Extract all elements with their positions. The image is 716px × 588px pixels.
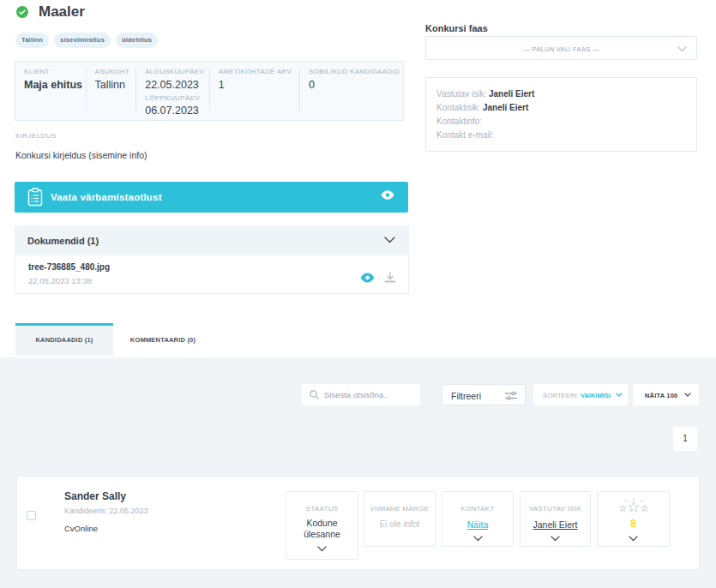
candidate-applied-date: Kandideeris: 22.05.2023 [64, 507, 148, 515]
phase-select[interactable]: — PALUN VALI FAAS — [425, 36, 697, 60]
status-label: STAATUS [286, 505, 358, 513]
tab-kandidaadid[interactable]: KANDIDAADID (1) [15, 323, 113, 356]
lastnote-value: Ei ole infot [364, 519, 435, 529]
rating-value: 8 [598, 518, 669, 530]
chevron-down-icon [384, 237, 395, 243]
download-icon[interactable] [384, 272, 396, 284]
tag-location: Tallinn [15, 33, 49, 48]
lastnote-label: VIIMANE MÄRGE [364, 505, 435, 513]
sort-dropdown[interactable]: SORTEERI: VAIKIMISI [533, 384, 628, 405]
show-count-label: NÄITA 100 [645, 392, 677, 399]
preview-eye-icon[interactable] [360, 273, 375, 283]
document-date: 22.05.2023 13:38 [28, 276, 92, 285]
contact-row-contact-person: Kontaktisik: Janeli Eiert [436, 101, 686, 115]
contact-label: KONTAKT [442, 505, 513, 513]
tag-skill-2: üldehitus [116, 33, 158, 48]
candidate-contact-box[interactable]: KONTAKT Näita [442, 491, 514, 547]
search-box [302, 384, 420, 405]
info-col-client-value: Maja ehitus [24, 79, 83, 91]
info-col-location: ASUKOHT Tallinn [87, 62, 137, 120]
filter-button[interactable]: Filtreeri [442, 384, 526, 405]
chevron-down-icon [473, 536, 483, 542]
document-row: tree-736885_480.jpg 22.05.2023 13:38 [15, 255, 409, 294]
info-col-positions-value: 1 [219, 79, 297, 91]
candidate-owner-box[interactable]: VASTUTAV ISIK Janeli Eiert [520, 491, 591, 547]
info-col-enddate-label: LÕPPKUUPÄEV [145, 94, 207, 102]
info-col-client-label: KLIENT [24, 68, 83, 75]
filter-button-label: Filtreeri [451, 391, 481, 401]
chevron-down-icon [616, 393, 623, 398]
page-title: Maaler [39, 3, 85, 21]
search-icon [310, 390, 319, 399]
candidate-status-box[interactable]: STAATUS Kodune ülesanne [286, 491, 358, 560]
candidate-source: CvOnline [64, 524, 98, 533]
pagination-page-1[interactable]: 1 [673, 427, 697, 451]
info-col-suitable-label: SOBILIKUD KANDIDAADID [309, 68, 400, 75]
show-count-dropdown[interactable]: NÄITA 100 [633, 384, 699, 405]
candidate-lastnote-box: VIIMANE MÄRGE Ei ole infot [364, 491, 436, 547]
sort-value: VAIKIMISI [581, 392, 611, 399]
chevron-down-icon [551, 536, 560, 542]
info-col-startdate-label: ALGUSKUUPÄEV [145, 68, 207, 75]
info-col-enddate-value: 06.07.2023 [145, 105, 207, 117]
info-col-location-label: ASUKOHT [95, 68, 134, 75]
candidate-rating-box[interactable]: 8 [597, 491, 670, 547]
candidate-name[interactable]: Sander Sally [64, 490, 126, 502]
candidate-checkbox[interactable] [27, 511, 36, 520]
chevron-down-icon [629, 536, 638, 542]
contact-info-box: Vastutav isik: Janeli Eiert Kontaktisik:… [425, 77, 697, 152]
view-recruitment-request-label: Vaata värbamistaotlust [51, 192, 162, 202]
info-col-location-value: Tallinn [95, 79, 134, 91]
contact-row-contact-email: Kontakt e-mail: [436, 129, 686, 142]
tag-skill-1: siseviimistlus [54, 33, 111, 48]
info-col-suitable-value: 0 [309, 79, 400, 91]
sort-label: SORTEERI: [543, 392, 579, 399]
clipboard-icon [27, 188, 43, 207]
owner-label: VASTUTAV ISIK [520, 505, 590, 513]
owner-value[interactable]: Janeli Eiert [520, 519, 590, 530]
rating-stars-icon [615, 498, 653, 514]
competition-detail-page: Maaler Tallinn siseviimistlus üldehitus … [0, 0, 716, 588]
sliders-icon [505, 391, 517, 401]
documents-accordion-header[interactable]: Dokumendid (1) [15, 225, 409, 255]
tag-list: Tallinn siseviimistlus üldehitus [15, 33, 158, 48]
info-col-dates: ALGUSKUUPÄEV 22.05.2023 LÕPPKUUPÄEV 06.0… [136, 62, 210, 120]
search-input[interactable] [324, 384, 414, 405]
info-col-startdate-value: 22.05.2023 [145, 79, 207, 91]
documents-header-label: Dokumendid (1) [27, 236, 99, 246]
document-name: tree-736885_480.jpg [28, 262, 110, 272]
view-recruitment-request-button[interactable]: Vaata värbamistaotlust [15, 182, 408, 213]
contact-row-contact-info: Kontaktinfo: [436, 115, 686, 129]
info-col-positions-label: AMETIKOHTADE ARV [219, 68, 297, 75]
chevron-down-icon [317, 546, 327, 552]
status-check-icon [16, 6, 28, 18]
eye-icon [381, 190, 394, 200]
competition-info-table: KLIENT Maja ehitus ASUKOHT Tallinn ALGUS… [15, 61, 404, 121]
contact-show-link[interactable]: Näita [442, 519, 513, 530]
phase-panel-label: Konkursi faas [425, 23, 488, 33]
tab-kommentaarid[interactable]: KOMMENTAARID (0) [113, 323, 213, 356]
info-col-suitable: SOBILIKUD KANDIDAADID 0 [300, 62, 403, 120]
chevron-down-icon [677, 46, 687, 52]
candidate-card: Sander Sally Kandideeris: 22.05.2023 CvO… [16, 476, 700, 570]
status-value: Kodune ülesanne [296, 518, 349, 540]
contact-row-responsible: Vastutav isik: Janeli Eiert [436, 87, 686, 101]
description-text: Konkursi kirjeldus (sisemine info) [15, 150, 147, 160]
phase-select-placeholder: — PALUN VALI FAAS — [426, 45, 696, 53]
info-col-client: KLIENT Maja ehitus [15, 62, 87, 120]
chevron-down-icon [684, 393, 691, 398]
description-label: KIRJELDUS [15, 132, 57, 140]
info-col-positions: AMETIKOHTADE ARV 1 [210, 62, 300, 120]
